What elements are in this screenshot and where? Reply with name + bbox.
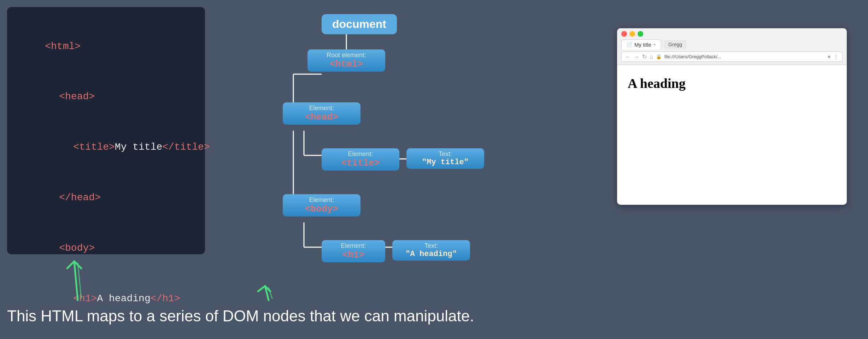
h1-node: Element: <h1> — [322, 240, 385, 262]
arrow-dom — [258, 286, 272, 300]
code-panel: <html> <head> <title>My title</title> </… — [7, 7, 205, 254]
menu-icon[interactable]: ⋮ — [834, 54, 839, 59]
bottom-description: This HTML maps to a series of DOM nodes … — [7, 307, 474, 325]
lock-icon: 🔒 — [656, 54, 662, 59]
maximize-button[interactable] — [638, 31, 643, 37]
minimize-button[interactable] — [629, 31, 635, 37]
tab-title: My title — [634, 42, 651, 48]
tab-close-icon[interactable]: × — [653, 42, 656, 47]
active-tab[interactable]: 📄 My title × — [621, 40, 661, 49]
code-line-5: <body> — [21, 223, 191, 273]
dom-tree: document Root element: <html> Element: <… — [219, 7, 537, 282]
back-button[interactable]: ← — [625, 54, 631, 60]
browser-content: A heading — [617, 65, 847, 199]
browser-window: 📄 My title × Gregg ← → ↻ ⌂ 🔒 file:///Use… — [617, 28, 847, 205]
svg-line-17 — [265, 286, 270, 291]
address-bar[interactable]: ← → ↻ ⌂ 🔒 file:///Users/GreggPollack/...… — [621, 52, 843, 62]
document-node: document — [322, 14, 397, 34]
profile-label: Gregg — [664, 40, 686, 49]
svg-line-18 — [269, 288, 272, 298]
code-line-1: <html> — [21, 21, 191, 72]
title-node: Element: <title> — [322, 148, 399, 171]
svg-line-15 — [265, 286, 269, 300]
browser-chrome: 📄 My title × Gregg ← → ↻ ⌂ 🔒 file:///Use… — [617, 28, 847, 65]
html-node: Root element: <html> — [307, 49, 385, 72]
bookmark-icon[interactable]: ★ — [827, 54, 831, 59]
code-line-3: <title>My title</title> — [21, 122, 191, 173]
close-button[interactable] — [621, 31, 627, 37]
page-heading: A heading — [628, 76, 836, 91]
body-node: Element: <body> — [283, 194, 360, 216]
code-line-2: <head> — [21, 72, 191, 122]
code-line-7: </body> — [21, 324, 191, 339]
traffic-lights — [621, 31, 843, 37]
code-line-4: </head> — [21, 172, 191, 223]
url-text: file:///Users/GreggPollack/... — [664, 54, 824, 59]
title-text-node: Text: "My title" — [406, 148, 484, 169]
h1-text-node: Text: "A heading" — [392, 240, 470, 261]
head-node: Element: <head> — [283, 102, 360, 125]
home-button[interactable]: ⌂ — [650, 54, 653, 60]
refresh-button[interactable]: ↻ — [642, 53, 647, 60]
svg-line-16 — [258, 286, 265, 291]
tab-bar: 📄 My title × Gregg — [621, 40, 843, 49]
forward-button[interactable]: → — [634, 54, 639, 60]
